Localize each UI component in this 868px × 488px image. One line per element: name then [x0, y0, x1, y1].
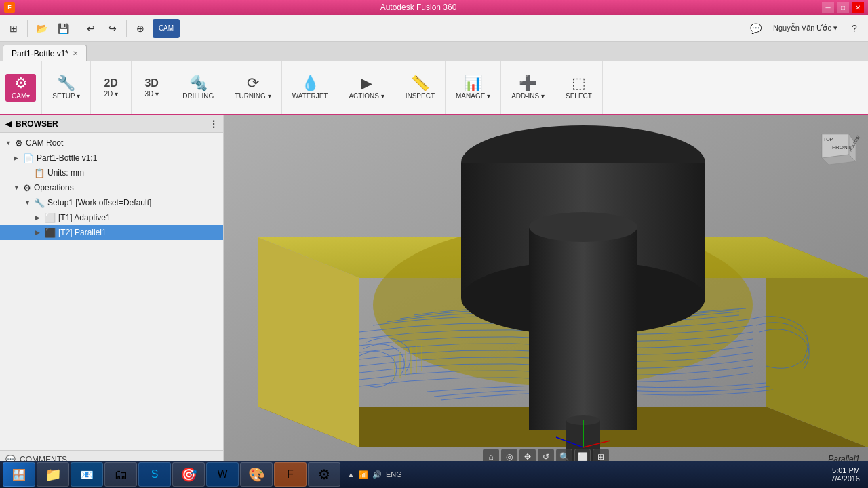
adaptive1-label: [T1] Adaptive1	[58, 213, 111, 222]
camroot-label: CAM Root	[26, 138, 63, 148]
adaptive1-arrow: ▶	[35, 214, 42, 221]
inspect-label: INSPECT	[406, 92, 435, 100]
waterjet-icon: 💧	[301, 76, 319, 91]
ribbon-group-select: ⬚ SELECT	[555, 61, 603, 114]
toolbar: ⊞ 📂 💾 ↩ ↪ ⊕ CAM 💬 Nguyễn Văn Ước ▾ ?	[0, 15, 868, 42]
taskbar-outlook[interactable]: 📧	[71, 462, 103, 487]
system-tray: ▲ 📶 🔊 ENG	[342, 470, 408, 479]
taskbar-explorer[interactable]: 📁	[37, 462, 69, 487]
tab-label: Part1-Bottle v1*	[12, 49, 68, 58]
taskbar-file-manager[interactable]: 🗂	[104, 462, 137, 487]
waterjet-button[interactable]: 💧 WATERJET	[288, 73, 333, 103]
2d-button[interactable]: 2D 2D ▾	[99, 75, 123, 101]
part-label: Part1-Bottle v1:1	[37, 153, 97, 163]
ribbon-group-2d: 2D 2D ▾	[91, 61, 132, 114]
manage-button[interactable]: 📊 MANAGE ▾	[451, 73, 495, 103]
browser-collapse-icon[interactable]: ◀	[5, 119, 12, 129]
browser-title: BROWSER	[16, 119, 58, 129]
actions-button[interactable]: ▶ ACTIONS ▾	[344, 73, 389, 103]
parallel1-arrow: ▶	[35, 229, 42, 236]
taskbar-settings[interactable]: ⚙	[308, 462, 340, 487]
viewport[interactable]: FRONT HOLLOW TOP ⌂ ◎ ✥ ↺ 🔍 ⬜ ⊞ Parallel1	[224, 115, 868, 468]
save-button[interactable]: 💾	[54, 19, 73, 38]
tree-item-parallel1[interactable]: ▶ ⬛ [T2] Parallel1	[0, 225, 223, 240]
manage-icon: 📊	[464, 76, 482, 91]
inspect-button[interactable]: 📏 INSPECT	[401, 73, 439, 103]
3d-label: 3D ▾	[144, 90, 159, 98]
tree-item-units[interactable]: 📋 Units: mm	[0, 165, 223, 180]
help-icon[interactable]: 💬	[747, 19, 766, 38]
redo-button[interactable]: ↪	[103, 19, 122, 38]
taskbar-paint[interactable]: 🎨	[240, 462, 273, 487]
turning-icon: ⟳	[247, 76, 259, 91]
cam-button[interactable]: ⚙ CAM▾	[5, 74, 36, 102]
toolbar-separator-1	[27, 20, 28, 37]
addins-button[interactable]: ➕ ADD-INS ▾	[507, 73, 549, 103]
part-icon: 📄	[23, 153, 34, 163]
units-icon: 📋	[34, 168, 45, 178]
taskbar-app5[interactable]: 🎯	[172, 462, 205, 487]
tab-bar: Part1-Bottle v1* ✕	[0, 42, 868, 61]
maximize-button[interactable]: □	[837, 2, 849, 13]
tray-network-icon: 📶	[359, 470, 368, 479]
help-button[interactable]: ?	[845, 19, 864, 38]
ribbon-group-cam: ⚙ CAM▾	[0, 61, 42, 114]
open-button[interactable]: 📂	[32, 19, 51, 38]
svg-rect-16	[529, 227, 637, 430]
viewcube[interactable]: FRONT HOLLOW TOP	[808, 121, 863, 175]
tree-item-operations[interactable]: ▼ ⚙ Operations	[0, 180, 223, 195]
minimize-button[interactable]: ─	[822, 2, 834, 13]
workspace-button[interactable]: CAM	[153, 19, 180, 38]
tab-close-button[interactable]: ✕	[73, 49, 78, 57]
close-button[interactable]: ✕	[852, 2, 864, 13]
2d-icon: 2D	[104, 78, 117, 89]
actions-icon: ▶	[361, 76, 372, 91]
user-account[interactable]: Nguyễn Văn Ước ▾	[768, 19, 842, 38]
units-label: Units: mm	[47, 168, 84, 178]
grid-button[interactable]: ⊞	[4, 19, 23, 38]
ribbon-group-waterjet: 💧 WATERJET	[282, 61, 339, 114]
ribbon-group-actions: ▶ ACTIONS ▾	[338, 61, 395, 114]
ops-label: Operations	[34, 183, 74, 192]
camroot-icon: ⚙	[15, 138, 23, 148]
tray-arrow[interactable]: ▲	[347, 470, 355, 479]
setup1-icon: 🔧	[34, 198, 45, 208]
toolbar-separator-2	[77, 20, 77, 37]
parallel1-label: [T2] Parallel1	[58, 228, 106, 237]
document-tab[interactable]: Part1-Bottle v1* ✕	[3, 45, 87, 61]
ribbon-group-turning: ⟳ TURNING ▾	[224, 61, 281, 114]
taskbar-clock[interactable]: 5:01 PM 7/4/2016	[831, 466, 865, 483]
part-arrow: ▶	[14, 155, 20, 161]
toolbar-separator-3	[126, 20, 127, 37]
main-layout: ◀ BROWSER ⋮ ▼ ⚙ CAM Root ▶ 📄 Part1-Bottl…	[0, 115, 868, 468]
drilling-label: DRILLING	[182, 92, 214, 100]
actions-label: ACTIONS ▾	[349, 92, 384, 100]
ribbon-group-setup: 🔧 SETUP ▾	[42, 61, 91, 114]
3d-button[interactable]: 3D 3D ▾	[140, 75, 163, 101]
add-button[interactable]: ⊕	[131, 19, 150, 38]
ribbon-group-addins: ➕ ADD-INS ▾	[501, 61, 555, 114]
setup1-arrow: ▼	[24, 199, 31, 206]
select-button[interactable]: ⬚ SELECT	[561, 73, 597, 103]
waterjet-label: WATERJET	[292, 92, 328, 100]
taskbar-word[interactable]: W	[206, 462, 239, 487]
addins-label: ADD-INS ▾	[511, 92, 545, 100]
taskbar-skype[interactable]: S	[138, 462, 171, 487]
tree-item-camroot[interactable]: ▼ ⚙ CAM Root	[0, 136, 223, 150]
browser-menu-icon[interactable]: ⋮	[210, 119, 218, 129]
tree-item-setup1[interactable]: ▼ 🔧 Setup1 [Work offset=Default]	[0, 195, 223, 210]
camroot-arrow: ▼	[5, 140, 12, 146]
start-button[interactable]: 🪟	[3, 462, 35, 487]
3d-icon: 3D	[144, 78, 158, 89]
drilling-button[interactable]: 🔩 DRILLING	[178, 73, 218, 103]
setup-button[interactable]: 🔧 SETUP ▾	[47, 73, 85, 103]
undo-button[interactable]: ↩	[81, 19, 100, 38]
inspect-icon: 📏	[411, 76, 429, 91]
taskbar-fusion[interactable]: F	[274, 462, 307, 487]
addins-icon: ➕	[519, 76, 537, 91]
tree-item-adaptive1[interactable]: ▶ ⬜ [T1] Adaptive1	[0, 210, 223, 225]
scene-canvas	[224, 115, 868, 468]
2d-label: 2D ▾	[104, 90, 118, 98]
turning-button[interactable]: ⟳ TURNING ▾	[230, 73, 275, 103]
tree-item-part[interactable]: ▶ 📄 Part1-Bottle v1:1	[0, 150, 223, 165]
